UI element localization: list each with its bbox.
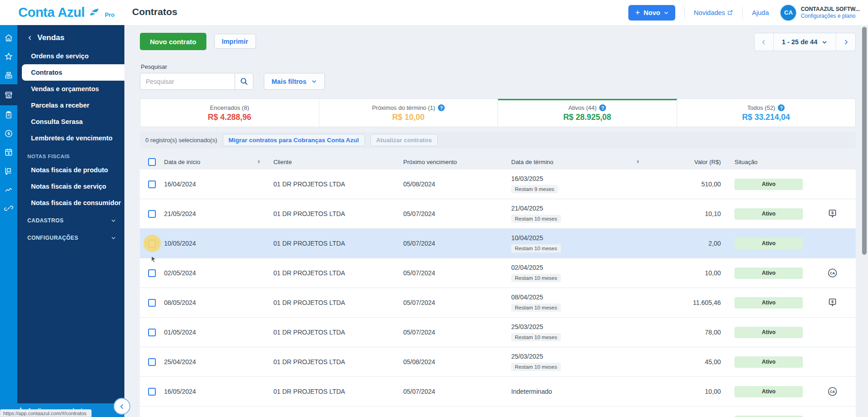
remaining-months-chip: Restam 10 meses <box>511 244 561 252</box>
summary-tab-4[interactable]: Todos (52)?R$ 33.214,04 <box>677 99 856 127</box>
topbar-right: Novo Novidades Ajuda CA CONTAAZUL SOFTW.… <box>628 5 860 21</box>
rail-item-cash-register[interactable] <box>0 66 17 84</box>
value-text: 10,10 <box>705 210 721 217</box>
table-row[interactable]: 08/05/202401 DR PROJETOS LTDA05/07/20240… <box>140 288 856 318</box>
sidebar-item-lembretes-de-vencimento[interactable]: Lembretes de vencimento <box>17 130 124 146</box>
cell-end-date: 21/04/2025Restam 10 meses <box>511 205 652 223</box>
rail-item-home[interactable] <box>0 28 17 47</box>
sidebar-item-notas-fiscais-de-consumidor[interactable]: Notas fiscais de consumidor <box>17 195 124 211</box>
table-row[interactable]: 29/05/202401 DR PROJETOS LTDA29/07/20242… <box>140 407 856 417</box>
sidebar-collapse-button[interactable] <box>113 398 130 415</box>
sidebar-item-contratos[interactable]: Contratos <box>22 64 124 81</box>
table-row[interactable]: 25/04/202401 DR PROJETOS LTDA05/08/20242… <box>140 347 856 377</box>
end-date-text: 10/04/2025 <box>511 234 652 242</box>
table-row[interactable]: 16/05/202401 DR PROJETOS LTDA05/07/2024I… <box>140 377 856 407</box>
rail-item-clipboard[interactable] <box>0 105 17 124</box>
rail-item-link[interactable] <box>0 199 17 217</box>
row-checkbox[interactable] <box>148 358 156 366</box>
sidebar-item-parcelas-a-receber[interactable]: Parcelas a receber <box>17 97 124 113</box>
summary-tab-label: Ativos (44)? <box>498 104 677 111</box>
ca-circle-icon: CA <box>827 268 838 278</box>
logo-swoosh-icon <box>88 7 100 18</box>
help-icon[interactable]: ? <box>438 104 445 111</box>
avatar[interactable]: CA <box>781 5 796 21</box>
novidades-link[interactable]: Novidades <box>694 9 734 16</box>
chevron-down-icon <box>822 39 827 45</box>
sidebar-item-notas-fiscais-de-servi-o[interactable]: Notas fiscais de serviço <box>17 178 124 195</box>
help-icon[interactable]: ? <box>599 104 606 111</box>
cell-next_due-text: 05/07/2024 <box>403 299 435 306</box>
table-row[interactable]: 16/04/202401 DR PROJETOS LTDA05/08/20241… <box>140 170 856 199</box>
sort-icon[interactable]: ▲▼ <box>257 160 261 164</box>
cell-status: Ativo <box>729 238 809 249</box>
cell-value: 45,00 <box>652 358 729 366</box>
sidebar-item-configura-es[interactable]: CONFIGURAÇÕES <box>17 228 124 246</box>
rail-item-calendar-dollar[interactable]: $ <box>0 143 17 161</box>
end-date-text: 02/04/2025 <box>511 264 652 272</box>
sidebar-item-notas-fiscais-de-produto[interactable]: Notas fiscais de produto <box>17 162 124 178</box>
row-checkbox-cell <box>140 329 164 336</box>
sidebar-item-consulta-serasa[interactable]: Consulta Serasa <box>17 113 124 130</box>
row-checkbox[interactable] <box>148 269 156 277</box>
table-row[interactable]: 01/05/202401 DR PROJETOS LTDA05/07/20242… <box>140 318 856 347</box>
account-plan-link[interactable]: Configurações e plano <box>801 13 860 20</box>
novo-button[interactable]: Novo <box>628 5 675 21</box>
column-header-data-de-t-rmino: Data de término▲▼ <box>511 159 652 165</box>
update-contracts-button[interactable]: Atualizar contratos <box>370 134 438 146</box>
row-checkbox[interactable] <box>148 388 156 396</box>
cell-next_due: 05/07/2024 <box>403 388 511 395</box>
cell-start: 08/05/2024 <box>164 299 273 306</box>
search-button[interactable] <box>235 73 253 90</box>
table-row[interactable]: 10/05/202401 DR PROJETOS LTDA05/07/20241… <box>140 229 856 258</box>
mais-filtros-button[interactable]: Mais filtros <box>264 73 325 90</box>
table-row[interactable]: 02/05/202401 DR PROJETOS LTDA05/07/20240… <box>140 258 856 288</box>
cell-end-date: 10/04/2025Restam 10 meses <box>511 234 652 253</box>
column-header-label: Data de término <box>511 159 554 165</box>
ajuda-link[interactable]: Ajuda <box>752 9 769 16</box>
sidebar-section-title: Vendas <box>37 33 65 42</box>
value-text: 10,00 <box>705 388 721 395</box>
table-row[interactable]: 21/05/202401 DR PROJETOS LTDA05/07/20242… <box>140 199 856 229</box>
pagination-prev-button[interactable] <box>755 33 774 51</box>
logo-conta: Conta <box>18 5 55 20</box>
scrollbar-thumb[interactable] <box>862 27 867 255</box>
star-icon <box>4 52 13 61</box>
cell-value: 10,00 <box>652 269 729 277</box>
help-icon[interactable]: ? <box>778 104 785 111</box>
pagination-next-button[interactable] <box>836 33 855 51</box>
migrate-contracts-button[interactable]: Migrar contratos para Cobranças Conta Az… <box>223 134 365 146</box>
row-checkbox[interactable] <box>148 210 156 218</box>
summary-tab-3[interactable]: Ativos (44)?R$ 28.925,08 <box>498 99 677 127</box>
row-checkbox[interactable] <box>148 329 156 336</box>
imprimir-button[interactable]: Imprimir <box>214 34 256 49</box>
sidebar-item-cadastros[interactable]: CADASTROS <box>17 211 124 228</box>
rail-item-store[interactable] <box>0 84 17 105</box>
rail-item-dollar-circle[interactable]: $ <box>0 124 17 143</box>
summary-tab-1[interactable]: Encerrados (8)R$ 4.288,96 <box>140 99 319 127</box>
summary-tab-2[interactable]: Próximos do término (1)?R$ 10,00 <box>319 99 498 127</box>
rail-item-cart[interactable] <box>0 161 17 180</box>
row-checkbox[interactable] <box>148 299 156 307</box>
cell-start: 21/05/2024 <box>164 210 273 217</box>
rail-item-line-chart[interactable] <box>0 180 17 199</box>
select-all-checkbox[interactable] <box>148 158 156 166</box>
pagination-range-dropdown[interactable]: 1 - 25 de 44 <box>774 33 836 51</box>
row-checkbox[interactable] <box>148 180 156 188</box>
rail-item-star[interactable] <box>0 47 17 66</box>
sidebar-back-vendas[interactable]: Vendas <box>17 29 124 48</box>
summary-tab-label-text: Encerrados (8) <box>210 104 249 111</box>
sidebar-item-vendas-e-or-amentos[interactable]: Vendas e orçamentos <box>17 81 124 97</box>
sort-icon[interactable]: ▲▼ <box>636 160 640 164</box>
cell-next_due-text: 05/07/2024 <box>403 210 435 217</box>
search-input[interactable] <box>140 73 235 90</box>
clipboard-icon <box>4 110 13 119</box>
contaazul-logo[interactable]: Conta Azul Pro <box>18 5 115 20</box>
svg-text:$: $ <box>8 151 10 155</box>
cart-icon <box>4 166 13 175</box>
cell-client: 01 DR PROJETOS LTDA <box>273 388 403 395</box>
sidebar-item-ordens-de-servi-o[interactable]: Ordens de serviço <box>17 48 124 64</box>
novo-contrato-button[interactable]: Novo contrato <box>140 33 206 50</box>
column-header-valor-r-: Valor (R$) <box>652 159 729 165</box>
vertical-scrollbar[interactable] <box>861 25 868 417</box>
cell-next_due: 05/07/2024 <box>403 240 511 247</box>
